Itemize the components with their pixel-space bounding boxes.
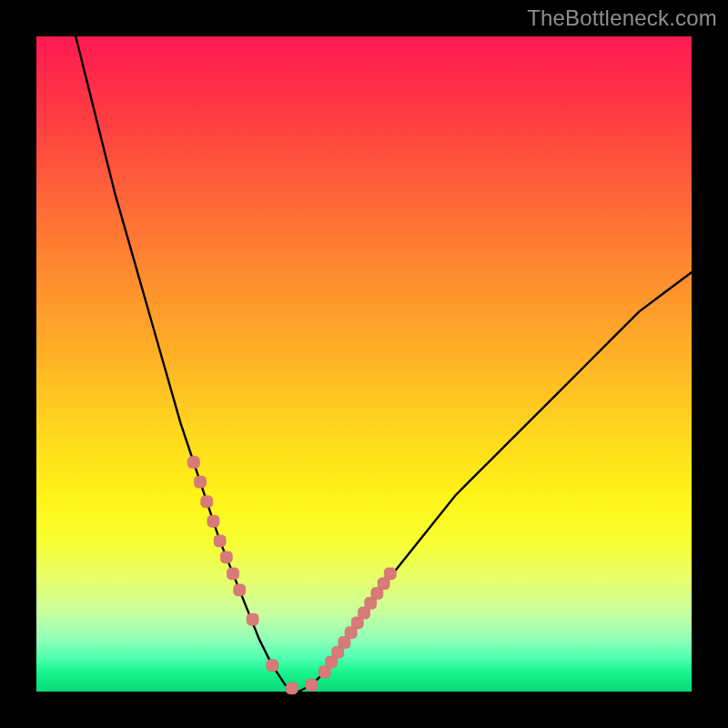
highlight-markers-group bbox=[187, 457, 396, 694]
highlight-marker bbox=[195, 476, 207, 488]
highlight-marker bbox=[220, 551, 232, 563]
chart-frame: TheBottleneck.com bbox=[0, 0, 728, 728]
highlight-marker bbox=[247, 613, 258, 625]
highlight-marker bbox=[267, 660, 278, 672]
highlight-marker bbox=[228, 568, 239, 580]
highlight-marker bbox=[187, 457, 199, 469]
highlight-marker bbox=[201, 496, 213, 508]
highlight-marker bbox=[214, 535, 226, 547]
highlight-marker bbox=[286, 682, 298, 694]
highlight-marker bbox=[306, 679, 318, 691]
plot-area bbox=[36, 36, 692, 692]
watermark-text: TheBottleneck.com bbox=[527, 5, 717, 31]
highlight-marker bbox=[384, 568, 396, 580]
bottleneck-curve bbox=[76, 36, 692, 692]
curve-svg bbox=[36, 36, 692, 692]
highlight-marker bbox=[234, 584, 246, 596]
highlight-marker bbox=[207, 515, 219, 527]
